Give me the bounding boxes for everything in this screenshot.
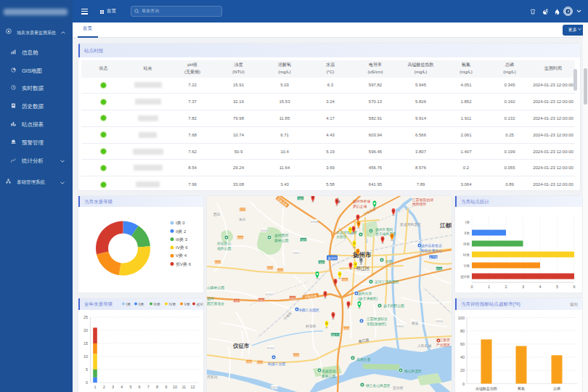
svg-text:80: 80 xyxy=(460,328,465,332)
svg-text:G40: G40 xyxy=(290,295,295,299)
svg-text:S243: S243 xyxy=(436,266,443,270)
svg-text:枢纽交通中心: 枢纽交通中心 xyxy=(421,248,442,252)
svg-text:焦山风景区: 焦山风景区 xyxy=(404,369,422,373)
svg-text:III类: III类 xyxy=(463,242,470,246)
svg-text:S49: S49 xyxy=(319,260,324,264)
svg-text:劣V类: 劣V类 xyxy=(460,275,470,279)
svg-text:4: 4 xyxy=(121,385,123,389)
svg-text:3: 3 xyxy=(112,385,114,389)
svg-text:闸管理所: 闸管理所 xyxy=(412,202,426,207)
svg-text:0: 0 xyxy=(470,285,473,289)
svg-text:X006: X006 xyxy=(261,228,268,232)
svg-text:12: 12 xyxy=(190,385,195,389)
svg-text:朴渎镇: 朴渎镇 xyxy=(305,324,317,328)
svg-text:XX06: XX06 xyxy=(311,219,319,223)
svg-text:总磷: 总磷 xyxy=(553,386,560,391)
svg-text:7: 7 xyxy=(147,385,150,389)
svg-text:S335: S335 xyxy=(237,235,244,239)
svg-text:IV类 6: IV类 6 xyxy=(176,245,188,250)
svg-text:S36: S36 xyxy=(342,277,348,281)
svg-text:S353: S353 xyxy=(277,268,284,271)
svg-text:40: 40 xyxy=(460,355,465,359)
svg-text:劣V类 6: 劣V类 6 xyxy=(176,262,192,267)
svg-text:地质公园: 地质公园 xyxy=(216,245,231,250)
svg-text:5: 5 xyxy=(86,367,88,372)
svg-text:S125: S125 xyxy=(256,360,264,364)
svg-text:营业镇: 营业镇 xyxy=(393,386,404,390)
svg-text:扬州市蜀冈: 扬州市蜀冈 xyxy=(375,226,393,232)
svg-text:20: 20 xyxy=(460,368,465,372)
svg-text:S356: S356 xyxy=(245,359,253,363)
svg-text:I类 0: I类 0 xyxy=(176,221,185,225)
svg-text:园艺博览会: 园艺博览会 xyxy=(207,301,224,306)
svg-text:人民石城: 人民石城 xyxy=(417,343,431,348)
svg-text:扬州东部客运: 扬州东部客运 xyxy=(421,243,442,248)
svg-text:25: 25 xyxy=(83,315,88,319)
svg-text:V类: V类 xyxy=(184,302,190,306)
svg-text:G40: G40 xyxy=(258,298,264,301)
svg-text:60: 60 xyxy=(460,341,465,346)
svg-text:6: 6 xyxy=(139,385,141,389)
svg-text:S125: S125 xyxy=(239,208,246,211)
svg-text:I类: I类 xyxy=(126,302,131,306)
svg-text:瓜洲古渡: 瓜洲古渡 xyxy=(356,357,370,362)
svg-text:K202: K202 xyxy=(266,292,273,295)
svg-text:森林公园: 森林公园 xyxy=(322,374,335,377)
svg-text:3: 3 xyxy=(522,285,524,289)
svg-text:S49: S49 xyxy=(298,196,303,200)
svg-text:V类: V类 xyxy=(464,264,470,268)
svg-text:IV类: IV类 xyxy=(169,302,176,306)
svg-text:劣V类: 劣V类 xyxy=(197,302,204,307)
svg-text:横安: 横安 xyxy=(412,321,419,325)
svg-text:扬州市: 扬州市 xyxy=(352,250,372,258)
svg-text:4: 4 xyxy=(539,285,541,289)
svg-text:华腾工业园区: 华腾工业园区 xyxy=(298,308,319,312)
svg-text:黄泚湾风景区: 黄泚湾风景区 xyxy=(400,222,421,227)
svg-text:镇江金山风景区: 镇江金山风景区 xyxy=(365,384,391,388)
svg-text:K202: K202 xyxy=(267,346,274,349)
svg-text:II类: II类 xyxy=(139,302,144,306)
svg-text:6: 6 xyxy=(573,285,575,289)
svg-text:氨氮: 氨氮 xyxy=(518,386,525,391)
svg-text:大明寺: 大明寺 xyxy=(336,234,347,239)
svg-text:仪征捺山: 仪征捺山 xyxy=(216,241,231,246)
svg-text:X306: X306 xyxy=(436,319,443,322)
svg-text:0: 0 xyxy=(86,380,88,385)
svg-text:S49: S49 xyxy=(301,237,306,241)
svg-text:IV类: IV类 xyxy=(463,253,470,257)
svg-text:11: 11 xyxy=(181,385,186,389)
svg-text:5: 5 xyxy=(556,285,558,289)
svg-text:100: 100 xyxy=(458,315,465,319)
svg-text:0: 0 xyxy=(462,381,465,385)
svg-text:S353: S353 xyxy=(266,266,274,269)
svg-text:S269: S269 xyxy=(214,260,221,264)
svg-text:1: 1 xyxy=(488,285,490,289)
svg-text:9: 9 xyxy=(165,385,167,389)
svg-text:扬州西郊: 扬州西郊 xyxy=(274,233,288,238)
svg-text:1: 1 xyxy=(94,385,96,389)
svg-text:10: 10 xyxy=(173,385,177,389)
svg-text:15: 15 xyxy=(83,341,88,346)
svg-text:I类: I类 xyxy=(465,221,470,224)
svg-text:2: 2 xyxy=(103,385,105,389)
svg-text:运河三湾风景区: 运河三湾风景区 xyxy=(375,279,399,284)
svg-text:西庄: 西庄 xyxy=(213,212,221,216)
svg-text:III类 3: III类 3 xyxy=(176,237,188,242)
svg-text:利浦工业园: 利浦工业园 xyxy=(268,362,285,367)
svg-text:II类: II类 xyxy=(465,232,470,235)
svg-text:II类 2: II类 2 xyxy=(176,229,187,234)
svg-text:学院(新校区): 学院(新校区) xyxy=(367,321,387,326)
svg-text:S356: S356 xyxy=(343,326,350,330)
svg-text:G40: G40 xyxy=(234,298,240,302)
svg-text:江都区: 江都区 xyxy=(439,222,452,229)
svg-text:邗江区: 邗江区 xyxy=(356,266,370,271)
svg-text:8: 8 xyxy=(156,385,158,389)
svg-text:X301: X301 xyxy=(293,250,300,254)
svg-text:仪征市: 仪征市 xyxy=(232,343,250,349)
svg-text:梦幻之城: 梦幻之城 xyxy=(353,203,367,208)
svg-text:V类 4: V类 4 xyxy=(176,253,187,258)
svg-text:江苏旅游职业: 江苏旅游职业 xyxy=(366,317,388,322)
svg-text:朱庄: 朱庄 xyxy=(239,217,246,221)
svg-text:2: 2 xyxy=(505,285,507,289)
svg-text:X001: X001 xyxy=(271,385,278,388)
